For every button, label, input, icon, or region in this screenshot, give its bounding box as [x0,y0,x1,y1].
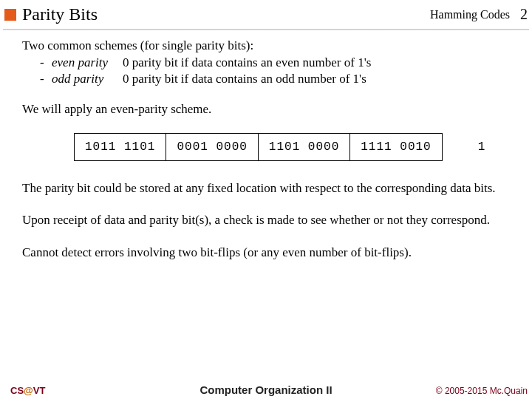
bits-cell: 1111 0010 [350,133,442,161]
bullet-dash: - [40,71,52,86]
storage-paragraph: The parity bit could be stored at any fi… [22,180,517,196]
scheme-name: odd parity [52,71,123,86]
slide-body: Two common schemes (for single parity bi… [0,30,532,385]
scheme-row-even: - even parity 0 parity bit if data conta… [40,55,517,70]
slide-title: Parity Bits [22,4,430,24]
schemes-block: Two common schemes (for single parity bi… [22,38,517,86]
bits-cell: 1101 0000 [259,133,350,161]
receipt-paragraph: Upon receipt of data and parity bit(s), … [22,212,517,228]
footer-course: Computer Organization II [200,383,332,396]
scheme-row-odd: - odd parity 0 parity bit if data contai… [40,71,517,86]
footer-at: @ [24,385,33,396]
footer-left-post: VT [33,385,46,396]
slide-footer: CS@VT Computer Organization II © 2005-20… [0,385,532,399]
accent-square-icon [4,9,16,21]
page-number: 2 [520,6,528,23]
apply-paragraph: We will apply an even-parity scheme. [22,101,517,117]
scheme-desc: 0 parity bit if data contains an even nu… [123,55,517,70]
limitation-paragraph: Cannot detect errors involving two bit-f… [22,245,517,260]
parity-output: 1 [478,140,485,154]
scheme-name: even parity [52,55,123,70]
slide: Parity Bits Hamming Codes 2 Two common s… [0,0,532,399]
footer-affiliation: CS@VT [10,385,45,396]
bits-cell: 0001 0000 [166,133,258,161]
bullet-dash: - [40,55,52,70]
topic-label: Hamming Codes [430,8,510,21]
schemes-intro: Two common schemes (for single parity bi… [22,38,517,53]
bits-row: 1011 1101 0001 0000 1101 0000 1111 0010 … [74,133,517,161]
footer-copyright: © 2005-2015 Mc.Quain [436,386,528,396]
scheme-desc: 0 parity bit if data contains an odd num… [123,71,517,86]
slide-header: Parity Bits Hamming Codes 2 [0,0,532,24]
bits-cell: 1011 1101 [74,133,166,161]
footer-left-pre: CS [10,385,24,396]
